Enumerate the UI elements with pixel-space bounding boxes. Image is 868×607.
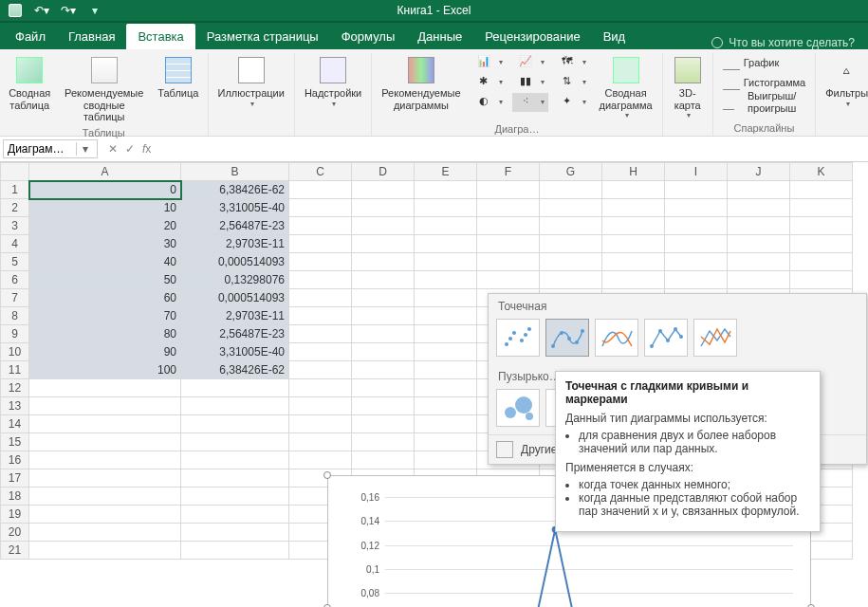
col-header[interactable]: H <box>602 163 665 181</box>
hierarchy-chart-menu[interactable]: ✱ <box>471 73 507 92</box>
cell[interactable]: 60 <box>29 289 181 307</box>
formula-input[interactable] <box>158 137 868 161</box>
cell[interactable]: 0 <box>29 181 181 199</box>
tab-data[interactable]: Данные <box>406 24 473 49</box>
pie-chart-menu[interactable]: ◐ <box>471 93 507 112</box>
tab-view[interactable]: Вид <box>592 24 637 49</box>
recommended-pivot-button[interactable]: Рекомендуемые сводные таблицы <box>59 53 149 125</box>
surface-chart-menu[interactable]: ✦ <box>554 93 590 112</box>
cell[interactable]: 6,38426E-62 <box>181 361 289 379</box>
bubble-thumb[interactable] <box>496 389 540 427</box>
select-all-corner[interactable] <box>1 163 29 181</box>
map-chart-menu[interactable]: 🗺 <box>554 53 590 72</box>
table-row[interactable]: 2 10 3,31005E-40 <box>1 199 853 217</box>
cell[interactable]: 100 <box>29 361 181 379</box>
row-header[interactable]: 6 <box>1 271 29 289</box>
row-header[interactable]: 10 <box>1 343 29 361</box>
tab-review[interactable]: Рецензирование <box>473 24 591 49</box>
table-row[interactable]: 6 50 0,13298076 <box>1 271 853 289</box>
scatter-chart-menu[interactable]: ⁖ <box>512 93 548 112</box>
cell[interactable]: 2,9703E-11 <box>181 235 289 253</box>
row-header[interactable]: 11 <box>1 361 29 379</box>
cell[interactable]: 90 <box>29 343 181 361</box>
filter-button[interactable]: 🜂Фильтры <box>822 53 868 110</box>
scatter-markers-thumb[interactable] <box>496 319 540 357</box>
col-header[interactable]: K <box>790 163 853 181</box>
cell[interactable]: 6,38426E-62 <box>181 181 289 199</box>
col-header[interactable]: G <box>540 163 602 181</box>
table-row[interactable]: 3 20 2,56487E-23 <box>1 217 853 235</box>
cell[interactable]: 2,9703E-11 <box>181 307 289 325</box>
row-header[interactable]: 4 <box>1 235 29 253</box>
qat-customize-icon[interactable]: ▾ <box>85 1 104 20</box>
scatter-lines-markers-thumb[interactable] <box>644 319 688 357</box>
table-button[interactable]: Таблица <box>155 53 201 101</box>
row-header[interactable]: 17 <box>1 469 29 487</box>
addins-button[interactable]: Надстройки <box>301 53 365 110</box>
col-header[interactable]: C <box>289 163 352 181</box>
scatter-lines-thumb[interactable] <box>693 319 737 357</box>
table-row[interactable]: 1 0 6,38426E-62 <box>1 181 853 199</box>
cell[interactable]: 0,000514093 <box>181 253 289 271</box>
table-row[interactable]: 4 30 2,9703E-11 <box>1 235 853 253</box>
row-header[interactable]: 20 <box>1 524 29 542</box>
column-headers[interactable]: A B C D E F G H I J K <box>1 163 853 181</box>
scatter-smooth-thumb[interactable] <box>595 319 638 357</box>
name-box-input[interactable] <box>4 140 76 157</box>
cell[interactable]: 2,56487E-23 <box>181 217 289 235</box>
cell[interactable]: 3,31005E-40 <box>181 199 289 217</box>
tab-formulas[interactable]: Формулы <box>330 24 407 49</box>
tab-page-layout[interactable]: Разметка страницы <box>195 24 330 49</box>
row-header[interactable]: 19 <box>1 506 29 524</box>
cell[interactable]: 50 <box>29 271 181 289</box>
col-header[interactable]: F <box>477 163 540 181</box>
column-chart-menu[interactable]: ▮▮ <box>512 73 548 92</box>
name-box-dropdown-icon[interactable]: ▾ <box>76 142 93 156</box>
row-header[interactable]: 9 <box>1 325 29 343</box>
row-header[interactable]: 12 <box>1 379 29 397</box>
row-header[interactable]: 14 <box>1 415 29 433</box>
stock-chart-menu[interactable]: ⇅ <box>554 73 590 92</box>
cell[interactable]: 70 <box>29 307 181 325</box>
bar-chart-menu[interactable]: 📊 <box>471 53 507 72</box>
col-header[interactable]: E <box>415 163 477 181</box>
sparkline-line-button[interactable]: График <box>719 53 810 72</box>
cell[interactable]: 30 <box>29 235 181 253</box>
row-header[interactable]: 7 <box>1 289 29 307</box>
cell[interactable]: 80 <box>29 325 181 343</box>
row-header[interactable]: 2 <box>1 199 29 217</box>
tab-home[interactable]: Главная <box>57 24 126 49</box>
scatter-smooth-markers-thumb[interactable] <box>545 319 589 357</box>
save-icon[interactable] <box>6 1 25 20</box>
col-header[interactable]: J <box>728 163 790 181</box>
col-header[interactable]: A <box>29 163 181 181</box>
line-chart-menu[interactable]: 📈 <box>512 53 548 72</box>
row-header[interactable]: 15 <box>1 433 29 451</box>
3d-map-button[interactable]: 3D- карта <box>669 53 707 121</box>
cell[interactable]: 40 <box>29 253 181 271</box>
pivot-table-button[interactable]: Сводная таблица <box>6 53 53 113</box>
cell[interactable]: 10 <box>29 199 181 217</box>
row-header[interactable]: 3 <box>1 217 29 235</box>
cell[interactable]: 20 <box>29 217 181 235</box>
accept-icon[interactable]: ✓ <box>125 142 135 156</box>
undo-icon[interactable]: ↶▾ <box>32 1 51 20</box>
col-header[interactable]: D <box>352 163 415 181</box>
row-header[interactable]: 16 <box>1 451 29 469</box>
name-box[interactable]: ▾ <box>3 139 98 158</box>
resize-handle[interactable] <box>323 471 331 479</box>
redo-icon[interactable]: ↷▾ <box>59 1 78 20</box>
cell[interactable]: 0,13298076 <box>181 271 289 289</box>
cancel-icon[interactable]: ✕ <box>108 142 118 156</box>
pivot-chart-button[interactable]: Сводная диаграмма <box>596 53 656 121</box>
sparkline-column-button[interactable]: Гистограмма <box>719 73 810 92</box>
col-header[interactable]: B <box>181 163 289 181</box>
cell[interactable]: 3,31005E-40 <box>181 343 289 361</box>
sparkline-winloss-button[interactable]: Выигрыш/проигрыш <box>719 93 810 112</box>
table-row[interactable]: 5 40 0,000514093 <box>1 253 853 271</box>
fx-icon[interactable]: fx <box>142 142 151 156</box>
row-header[interactable]: 13 <box>1 397 29 415</box>
row-header[interactable]: 5 <box>1 253 29 271</box>
row-header[interactable]: 21 <box>1 542 29 560</box>
row-header[interactable]: 8 <box>1 307 29 325</box>
